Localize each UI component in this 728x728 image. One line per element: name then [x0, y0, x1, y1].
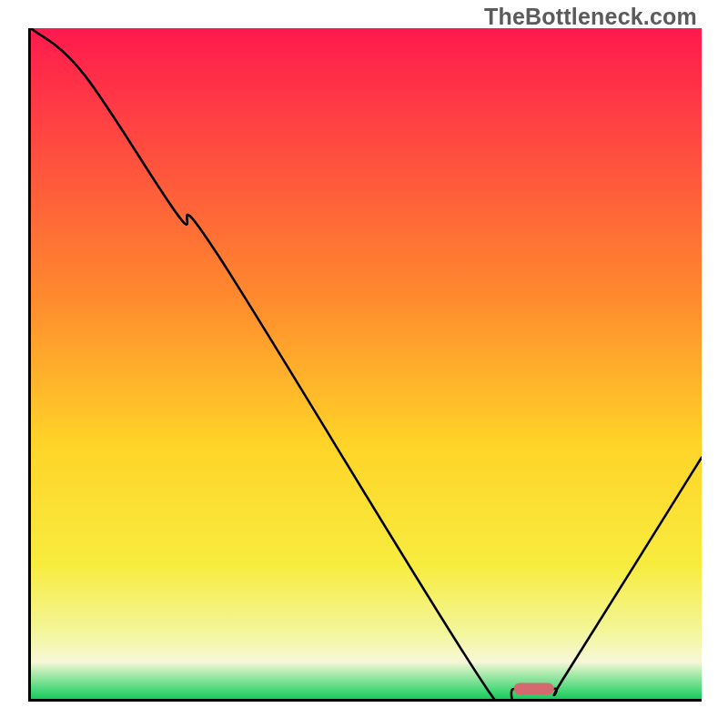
recommended-range-marker	[31, 28, 702, 699]
chart-frame: TheBottleneck.com	[0, 0, 728, 728]
svg-rect-1	[514, 682, 554, 694]
watermark-text: TheBottleneck.com	[484, 4, 697, 30]
plot-area	[28, 28, 702, 702]
